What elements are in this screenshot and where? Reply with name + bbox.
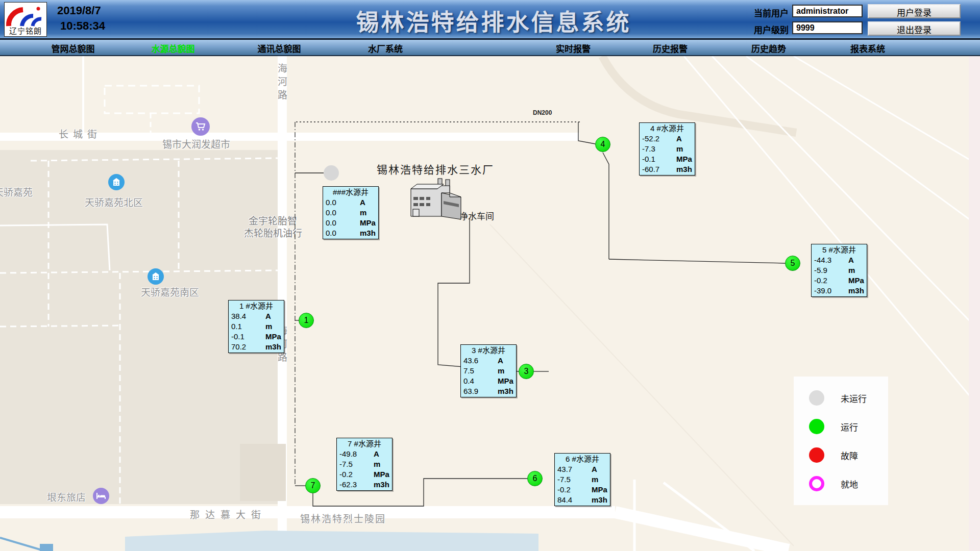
factory-icon (406, 178, 472, 219)
well-box-title: 5 #水源井 (812, 244, 867, 255)
tab-communication-overview[interactable]: 通讯总貌图 (258, 42, 301, 55)
logout-button[interactable]: 退出登录 (868, 21, 961, 36)
logo-text: 辽宁铭朗 (5, 25, 46, 36)
tab-water-source-overview[interactable]: 水源总貌图 (152, 42, 195, 55)
well-box-title: 4 #水源井 (640, 123, 695, 134)
stopped-status-icon (809, 390, 824, 406)
header-bar: 辽宁铭朗 2019/8/7 10:58:34 锡林浩特给排水信息系统 当前用户 … (0, 0, 980, 40)
current-user-field[interactable] (792, 5, 863, 17)
well-marker-unassigned[interactable] (324, 165, 339, 181)
well-box-4: 4 #水源井 -52.2A -7.3m -0.1MPa -60.7m3h (639, 122, 695, 176)
local-status-icon (809, 476, 824, 491)
well-marker-3[interactable]: 3 (519, 364, 534, 379)
well-box-1: 1 #水源井 38.4A 0.1m -0.1MPa 70.2m3h (228, 300, 284, 353)
pipe-diameter-label: DN200 (533, 109, 552, 116)
user-level-label: 用户级别 (743, 23, 789, 36)
tab-water-plant-system[interactable]: 水厂系统 (368, 42, 403, 55)
well-box-5: 5 #水源井 -44.3A -5.9m -0.2MPa -39.0m3h (811, 244, 867, 297)
fault-status-icon (809, 447, 824, 463)
well-box-unassigned: ###水源井 0.0A 0.0m 0.0MPa 0.0m3h (323, 186, 379, 239)
legend-item-fault: 故障 (809, 447, 888, 463)
legend-item-running: 运行 (809, 419, 888, 434)
tab-history-alarms[interactable]: 历史报警 (653, 42, 688, 55)
company-logo: 辽宁铭朗 (4, 2, 47, 37)
nav-bar: 管网总貌图 水源总貌图 通讯总貌图 水厂系统 实时报警 历史报警 历史趋势 报表… (0, 40, 980, 56)
well-box-3: 3 #水源井 43.6A 7.5m 0.4MPa 63.9m3h (460, 344, 517, 397)
datetime: 2019/8/7 10:58:34 (57, 3, 105, 34)
well-box-7: 7 #水源井 -49.8A -7.5m -0.2MPa -62.3m3h (336, 438, 393, 491)
well-box-title: 1 #水源井 (229, 300, 284, 311)
well-box-title: 6 #水源井 (555, 454, 610, 464)
legend-item-stopped: 未运行 (809, 390, 888, 406)
current-user-label: 当前用户 (743, 6, 789, 19)
login-button[interactable]: 用户登录 (868, 4, 961, 18)
well-box-title: ###水源井 (323, 187, 378, 197)
well-marker-5[interactable]: 5 (785, 256, 800, 271)
map-canvas[interactable]: 长城街 海河路 海河路 那达慕大街 锡市大润发超市 天骄嘉苑 天骄嘉苑北区 金宇… (0, 56, 980, 551)
tab-realtime-alarms[interactable]: 实时报警 (556, 42, 591, 55)
logo-swoosh-icon (5, 3, 46, 27)
legend-panel: 未运行 运行 故障 就地 (794, 377, 888, 505)
well-box-title: 7 #水源井 (337, 438, 392, 449)
tab-pipe-network-overview[interactable]: 管网总貌图 (52, 42, 95, 55)
well-marker-1[interactable]: 1 (299, 313, 314, 328)
current-time: 10:58:34 (57, 18, 105, 34)
well-box-6: 6 #水源井 43.7A -7.5m -0.2MPa 84.4m3h (554, 453, 610, 506)
legend-item-local: 就地 (809, 476, 888, 491)
tab-report-system[interactable]: 报表系统 (850, 42, 885, 55)
current-date: 2019/8/7 (57, 3, 105, 18)
user-level-field[interactable] (792, 21, 863, 34)
tab-history-trends[interactable]: 历史趋势 (751, 42, 786, 55)
well-box-title: 3 #水源井 (461, 345, 516, 356)
running-status-icon (809, 419, 824, 434)
well-marker-7[interactable]: 7 (305, 478, 321, 493)
plant-name-label: 锡林浩特给排水三水厂 (377, 161, 494, 177)
well-marker-6[interactable]: 6 (527, 471, 543, 486)
well-marker-4[interactable]: 4 (595, 137, 610, 152)
page-title: 锡林浩特给排水信息系统 (356, 4, 631, 37)
